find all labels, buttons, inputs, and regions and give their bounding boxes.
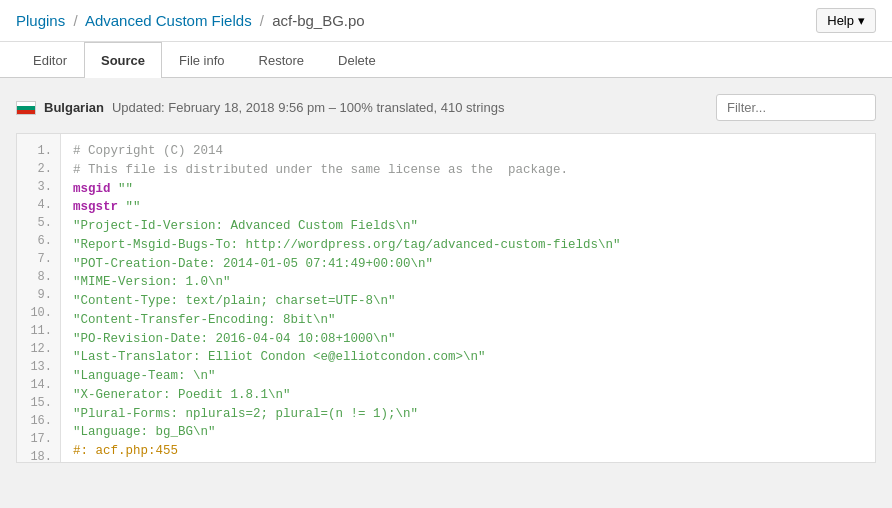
line-number: 17. bbox=[17, 430, 60, 448]
tab-editor[interactable]: Editor bbox=[16, 42, 84, 78]
code-line: "X-Generator: Poedit 1.8.1\n" bbox=[73, 386, 863, 405]
line-number: 11. bbox=[17, 322, 60, 340]
tab-restore[interactable]: Restore bbox=[242, 42, 322, 78]
help-label: Help bbox=[827, 13, 854, 28]
line-number: 10. bbox=[17, 304, 60, 322]
breadcrumb-sep-2: / bbox=[260, 12, 264, 29]
code-line: "Language: bg_BG\n" bbox=[73, 423, 863, 442]
code-line: # Copyright (C) 2014 bbox=[73, 142, 863, 161]
top-bar: Plugins / Advanced Custom Fields / acf-b… bbox=[0, 0, 892, 42]
code-line: "Language-Team: \n" bbox=[73, 367, 863, 386]
line-number: 7. bbox=[17, 250, 60, 268]
breadcrumb-sep-1: / bbox=[73, 12, 77, 29]
code-line: msgstr "" bbox=[73, 198, 863, 217]
code-line: "MIME-Version: 1.0\n" bbox=[73, 273, 863, 292]
language-detail: Updated: February 18, 2018 9:56 pm – 100… bbox=[112, 100, 504, 115]
code-line: "Last-Translator: Elliot Condon <e@ellio… bbox=[73, 348, 863, 367]
nav-tabs: EditorSourceFile infoRestoreDelete bbox=[0, 42, 892, 78]
tab-fileinfo[interactable]: File info bbox=[162, 42, 242, 78]
code-content[interactable]: # Copyright (C) 2014# This file is distr… bbox=[61, 134, 875, 463]
tab-delete[interactable]: Delete bbox=[321, 42, 393, 78]
chevron-down-icon: ▾ bbox=[858, 13, 865, 28]
line-number: 13. bbox=[17, 358, 60, 376]
breadcrumb-advanced-custom-fields[interactable]: Advanced Custom Fields bbox=[85, 12, 252, 29]
language-name: Bulgarian bbox=[44, 100, 104, 115]
help-button[interactable]: Help ▾ bbox=[816, 8, 876, 33]
line-number: 8. bbox=[17, 268, 60, 286]
line-number: 12. bbox=[17, 340, 60, 358]
breadcrumb-current-file: acf-bg_BG.po bbox=[272, 12, 365, 29]
line-number: 15. bbox=[17, 394, 60, 412]
content-area: Bulgarian Updated: February 18, 2018 9:5… bbox=[0, 78, 892, 479]
file-meta: Bulgarian Updated: February 18, 2018 9:5… bbox=[16, 100, 504, 115]
line-number: 2. bbox=[17, 160, 60, 178]
code-line: # This file is distributed under the sam… bbox=[73, 161, 863, 180]
line-number: 3. bbox=[17, 178, 60, 196]
code-editor[interactable]: 1.2.3.4.5.6.7.8.9.10.11.12.13.14.15.16.1… bbox=[16, 133, 876, 463]
tab-source[interactable]: Source bbox=[84, 42, 162, 78]
filter-input[interactable] bbox=[716, 94, 876, 121]
line-number: 16. bbox=[17, 412, 60, 430]
code-line: #: acf.php:455 bbox=[73, 442, 863, 461]
file-info-bar: Bulgarian Updated: February 18, 2018 9:5… bbox=[16, 94, 876, 121]
line-number: 9. bbox=[17, 286, 60, 304]
code-line: "PO-Revision-Date: 2016-04-04 10:08+1000… bbox=[73, 330, 863, 349]
line-number: 4. bbox=[17, 196, 60, 214]
code-line: "Plural-Forms: nplurals=2; plural=(n != … bbox=[73, 405, 863, 424]
code-line: "POT-Creation-Date: 2014-01-05 07:41:49+… bbox=[73, 255, 863, 274]
code-line: msgid "Field Groups" bbox=[73, 461, 863, 463]
line-number: 5. bbox=[17, 214, 60, 232]
code-line: "Content-Type: text/plain; charset=UTF-8… bbox=[73, 292, 863, 311]
line-number: 14. bbox=[17, 376, 60, 394]
code-line: msgid "" bbox=[73, 180, 863, 199]
code-line: "Report-Msgid-Bugs-To: http://wordpress.… bbox=[73, 236, 863, 255]
flag-icon bbox=[16, 101, 36, 115]
code-line: "Project-Id-Version: Advanced Custom Fie… bbox=[73, 217, 863, 236]
line-number: 1. bbox=[17, 142, 60, 160]
breadcrumb: Plugins / Advanced Custom Fields / acf-b… bbox=[16, 12, 365, 29]
line-numbers: 1.2.3.4.5.6.7.8.9.10.11.12.13.14.15.16.1… bbox=[17, 134, 61, 463]
breadcrumb-plugins[interactable]: Plugins bbox=[16, 12, 65, 29]
code-line: "Content-Transfer-Encoding: 8bit\n" bbox=[73, 311, 863, 330]
line-number: 6. bbox=[17, 232, 60, 250]
line-number: 18. bbox=[17, 448, 60, 463]
